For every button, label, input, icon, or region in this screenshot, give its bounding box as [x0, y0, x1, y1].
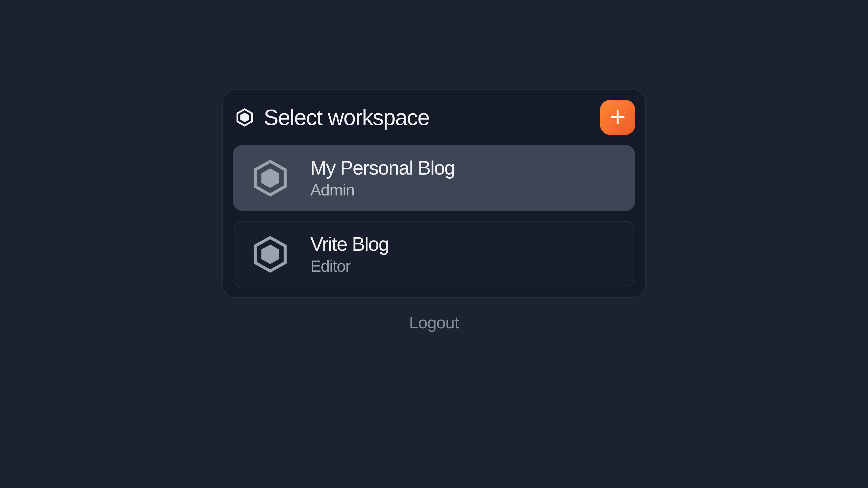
workspace-selector-modal: Select workspace My Personal Blog Admin	[222, 90, 646, 298]
modal-header: Select workspace	[233, 100, 635, 145]
workspace-item-my-personal-blog[interactable]: My Personal Blog Admin	[233, 145, 635, 211]
workspace-name: My Personal Blog	[310, 157, 455, 179]
workspace-info: Vrite Blog Editor	[310, 233, 389, 275]
svg-marker-5	[261, 168, 279, 188]
hexagon-icon	[249, 233, 291, 275]
workspace-list: My Personal Blog Admin Vrite Blog Editor	[233, 145, 635, 287]
workspace-role: Editor	[310, 257, 389, 275]
modal-header-left: Select workspace	[235, 105, 429, 130]
hexagon-icon	[249, 157, 291, 199]
svg-marker-7	[261, 245, 279, 264]
add-workspace-button[interactable]	[600, 100, 635, 135]
modal-title: Select workspace	[264, 105, 429, 130]
workspace-info: My Personal Blog Admin	[310, 157, 455, 199]
logout-button[interactable]: Logout	[409, 313, 459, 332]
hexagon-icon	[235, 107, 255, 128]
workspace-role: Admin	[310, 181, 455, 199]
workspace-item-vrite-blog[interactable]: Vrite Blog Editor	[233, 221, 635, 287]
svg-marker-1	[240, 113, 249, 122]
workspace-name: Vrite Blog	[310, 233, 389, 255]
plus-icon	[609, 108, 627, 127]
